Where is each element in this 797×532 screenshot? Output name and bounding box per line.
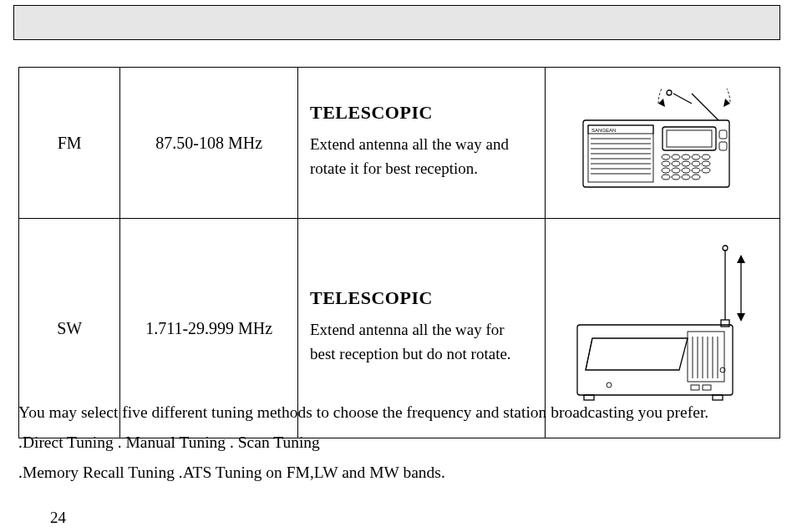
tuning-methods-line-2: .Memory Recall Tuning .ATS Tuning on FM,… xyxy=(18,459,445,485)
svg-point-15 xyxy=(662,155,670,160)
svg-point-23 xyxy=(692,161,700,166)
svg-rect-55 xyxy=(721,320,729,327)
svg-point-28 xyxy=(692,168,700,173)
antenna-body: Extend antenna all the way for best rece… xyxy=(310,317,533,367)
svg-rect-13 xyxy=(719,130,727,139)
frequency-cell: 87.50-108 MHz xyxy=(120,68,298,219)
antenna-info-table: FM 87.50-108 MHz TELESCOPIC Extend anten… xyxy=(18,67,780,438)
brand-label: SANGEAN xyxy=(591,128,616,133)
svg-rect-12 xyxy=(667,130,712,147)
svg-rect-39 xyxy=(577,325,733,395)
radio-front-icon: SANGEAN xyxy=(566,89,759,197)
svg-point-21 xyxy=(672,161,680,166)
antenna-description-cell: TELESCOPIC Extend antenna all the way an… xyxy=(298,68,546,219)
svg-point-17 xyxy=(682,155,690,160)
svg-marker-61 xyxy=(737,313,745,322)
svg-marker-42 xyxy=(586,338,688,370)
manual-page: FM 87.50-108 MHz TELESCOPIC Extend anten… xyxy=(0,0,797,532)
svg-marker-38 xyxy=(723,99,730,107)
svg-point-30 xyxy=(662,175,670,180)
svg-point-19 xyxy=(702,155,710,160)
svg-point-54 xyxy=(607,383,612,388)
svg-marker-37 xyxy=(658,99,665,107)
svg-point-16 xyxy=(672,155,680,160)
table-row: FM 87.50-108 MHz TELESCOPIC Extend anten… xyxy=(19,68,780,219)
page-number: 24 xyxy=(50,509,66,527)
svg-point-32 xyxy=(682,175,690,180)
svg-point-36 xyxy=(667,90,672,95)
svg-point-25 xyxy=(662,168,670,173)
svg-point-26 xyxy=(672,168,680,173)
svg-line-43 xyxy=(586,338,592,370)
antenna-body: Extend antenna all the way and rotate it… xyxy=(310,132,533,181)
illustration-cell: SANGEAN xyxy=(546,68,780,219)
antenna-title: TELESCOPIC xyxy=(310,102,533,124)
svg-rect-41 xyxy=(713,395,723,400)
svg-rect-14 xyxy=(719,142,727,150)
tuning-methods-line-1: .Direct Tuning . Manual Tuning . Scan Tu… xyxy=(18,429,320,455)
svg-point-27 xyxy=(682,168,690,173)
radio-back-icon xyxy=(562,245,763,412)
svg-point-22 xyxy=(682,161,690,166)
svg-point-31 xyxy=(672,175,680,180)
band-cell: FM xyxy=(19,68,120,219)
svg-rect-52 xyxy=(691,385,699,390)
svg-point-29 xyxy=(702,168,710,173)
svg-point-24 xyxy=(702,161,710,166)
svg-rect-53 xyxy=(703,385,711,390)
header-bar xyxy=(13,5,780,40)
svg-line-34 xyxy=(692,94,718,120)
intro-paragraph: You may select five different tuning met… xyxy=(18,399,708,425)
svg-point-18 xyxy=(692,155,700,160)
svg-line-35 xyxy=(673,94,692,104)
svg-point-20 xyxy=(662,161,670,166)
svg-marker-60 xyxy=(737,255,745,263)
svg-point-33 xyxy=(692,175,700,180)
antenna-title: TELESCOPIC xyxy=(310,287,533,309)
svg-rect-44 xyxy=(688,332,724,382)
